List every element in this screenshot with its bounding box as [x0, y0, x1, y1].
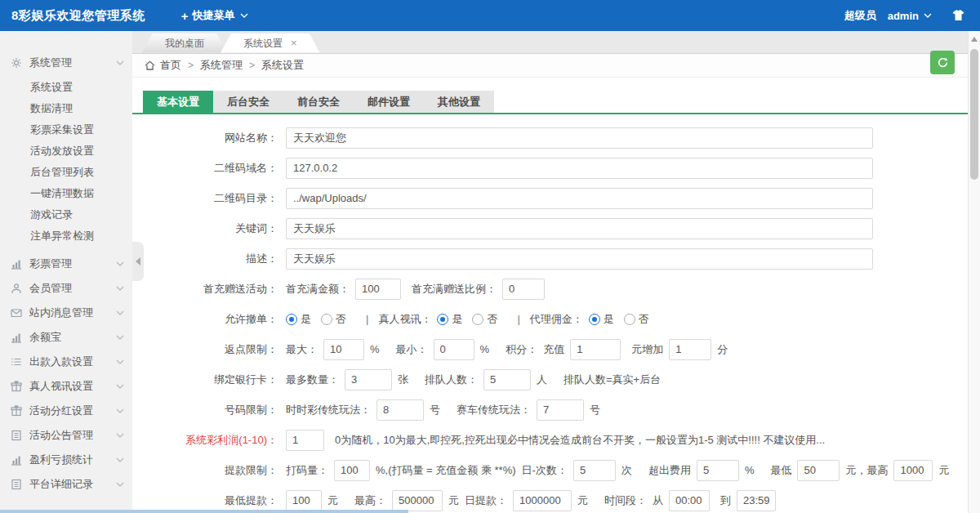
- fee-max-input[interactable]: [893, 460, 933, 481]
- window-tab-label: 系统设置: [243, 33, 283, 53]
- theme-tshirt-icon[interactable]: [951, 10, 965, 21]
- tab-backend-security[interactable]: 后台安全: [213, 91, 283, 113]
- inline-label: 首充满赠送比例：: [412, 282, 497, 297]
- chevron-down-icon: [116, 384, 124, 389]
- daily-times-input[interactable]: [573, 460, 616, 481]
- sidebar-group-yuebao[interactable]: 余额宝: [0, 325, 132, 350]
- live-video-no-radio[interactable]: [472, 314, 483, 325]
- user-icon: [11, 283, 23, 295]
- tab-basic-settings[interactable]: 基本设置: [143, 91, 213, 113]
- refresh-button[interactable]: [930, 51, 955, 74]
- sidebar-group-label: 平台详细记录: [29, 477, 116, 492]
- sidebar-group-platform-records[interactable]: 平台详细记录: [0, 472, 132, 497]
- tab-frontend-security[interactable]: 前台安全: [283, 91, 354, 113]
- field-label: 描述：: [132, 252, 278, 266]
- form-row-system-profit: 系统彩利润(1-10)： 0为随机，10为最大,即控死,控死出现必中情况会造成前…: [132, 430, 968, 451]
- sidebar-item-one-key-cleanup[interactable]: 一键清理数据: [0, 183, 132, 204]
- sidebar-group-member-mgmt[interactable]: 会员管理: [0, 276, 132, 301]
- queue-count-input[interactable]: [483, 369, 531, 390]
- agent-commission-no-radio[interactable]: [624, 314, 635, 325]
- withdraw-max-input[interactable]: [392, 490, 443, 511]
- field-label: 首充赠送活动：: [132, 282, 278, 297]
- breadcrumb-system-mgmt[interactable]: 系统管理: [200, 58, 243, 73]
- inline-label: 最高：: [354, 493, 386, 508]
- sidebar-group-system-mgmt[interactable]: 系统管理: [0, 51, 132, 75]
- agent-commission-yes-radio[interactable]: [589, 314, 600, 325]
- radio-label[interactable]: 否: [639, 312, 649, 327]
- dama-input[interactable]: [334, 460, 370, 481]
- points-charge-input[interactable]: [570, 339, 621, 360]
- keywords-input[interactable]: [286, 218, 873, 239]
- chart-icon: [11, 258, 23, 270]
- sidebar-group-lottery-mgmt[interactable]: 彩票管理: [0, 252, 132, 276]
- sidebar-item-game-records[interactable]: 游戏记录: [0, 204, 132, 225]
- rebate-max-input[interactable]: [323, 339, 364, 360]
- racing-play-input[interactable]: [537, 399, 584, 421]
- close-icon[interactable]: ×: [291, 38, 297, 48]
- points-add-input[interactable]: [669, 339, 711, 360]
- time-to-input[interactable]: [737, 490, 776, 511]
- allow-cancel-yes-radio[interactable]: [286, 314, 297, 325]
- radio-label[interactable]: 是: [452, 312, 462, 327]
- sidebar-collapse-handle[interactable]: [132, 242, 144, 281]
- inline-label: 赛车传统玩法：: [457, 403, 531, 417]
- sidebar-group-live-video-settings[interactable]: 真人视讯设置: [0, 374, 132, 399]
- qr-dir-input[interactable]: [286, 188, 873, 209]
- qr-domain-input[interactable]: [286, 158, 873, 179]
- radio-label[interactable]: 是: [604, 312, 614, 327]
- field-label: 号码限制：: [132, 403, 278, 417]
- breadcrumb-home[interactable]: 首页: [160, 58, 181, 73]
- radio-label[interactable]: 是: [301, 312, 311, 327]
- mail-icon: [11, 307, 23, 319]
- scroll-up-arrow-icon[interactable]: [971, 37, 978, 42]
- window-tab-system-settings[interactable]: 系统设置 ×: [220, 33, 320, 53]
- sidebar-group-payment-settings[interactable]: 出款入款设置: [0, 350, 132, 374]
- radio-label[interactable]: 否: [487, 312, 497, 327]
- refresh-icon: [937, 56, 949, 69]
- sidebar-item-lottery-collect-settings[interactable]: 彩票采集设置: [0, 119, 132, 141]
- first-charge-ratio-input[interactable]: [502, 279, 545, 300]
- field-label: 关键词：: [132, 221, 278, 236]
- system-profit-input[interactable]: [286, 430, 324, 451]
- field-label: 返点限制：: [132, 342, 278, 357]
- chart-icon: [11, 332, 23, 344]
- unit-label: 张: [398, 372, 408, 387]
- description-input[interactable]: [286, 248, 873, 270]
- sidebar-group-site-message-mgmt[interactable]: 站内消息管理: [0, 301, 132, 325]
- plus-icon: +: [181, 9, 189, 23]
- scrollbar-thumb[interactable]: [970, 49, 978, 180]
- user-menu[interactable]: 超级员 admin: [844, 8, 932, 23]
- allow-cancel-no-radio[interactable]: [321, 314, 332, 325]
- excess-fee-input[interactable]: [697, 460, 739, 481]
- time-from-input[interactable]: [669, 490, 710, 511]
- sidebar-item-abnormal-bet-check[interactable]: 注单异常检测: [0, 225, 132, 247]
- main-area: 系统管理 系统设置 数据清理 彩票采集设置 活动发放设置 后台管理列表 一键清理…: [0, 31, 980, 513]
- inline-label: 打码量：: [286, 463, 328, 478]
- field-label: 二维码目录：: [132, 191, 278, 206]
- sidebar-group-dividend-settings[interactable]: 活动分红设置: [0, 399, 132, 423]
- tab-other-settings[interactable]: 其他设置: [424, 91, 494, 113]
- sidebar-group-profit-loss-stats[interactable]: 盈利亏损统计: [0, 448, 132, 472]
- vertical-scrollbar[interactable]: [968, 31, 980, 513]
- radio-label[interactable]: 否: [336, 312, 346, 327]
- tab-mail-settings[interactable]: 邮件设置: [354, 91, 424, 113]
- withdraw-min-input[interactable]: [286, 490, 322, 511]
- chevron-down-icon: [116, 286, 124, 291]
- sidebar-group-announcement-mgmt[interactable]: 活动公告管理: [0, 423, 132, 448]
- rebate-min-input[interactable]: [434, 339, 474, 360]
- fee-min-input[interactable]: [797, 460, 840, 481]
- sidebar-item-data-cleanup[interactable]: 数据清理: [0, 98, 132, 119]
- sidebar-item-admin-list[interactable]: 后台管理列表: [0, 162, 132, 183]
- sidebar-item-system-settings[interactable]: 系统设置: [0, 77, 132, 98]
- live-video-yes-radio[interactable]: [437, 314, 448, 325]
- quick-menu-button[interactable]: + 快捷菜单: [181, 8, 248, 23]
- first-charge-amount-input[interactable]: [355, 279, 401, 300]
- ssc-play-input[interactable]: [376, 399, 424, 421]
- window-tab-desktop[interactable]: 我的桌面: [142, 33, 227, 53]
- bank-max-input[interactable]: [345, 369, 392, 390]
- sidebar-item-activity-grant-settings[interactable]: 活动发放设置: [0, 141, 132, 162]
- site-name-input[interactable]: [286, 127, 873, 149]
- breadcrumb-system-settings[interactable]: 系统设置: [261, 58, 304, 73]
- inline-label: 时间段：: [604, 493, 647, 508]
- daily-withdraw-input[interactable]: [513, 490, 572, 511]
